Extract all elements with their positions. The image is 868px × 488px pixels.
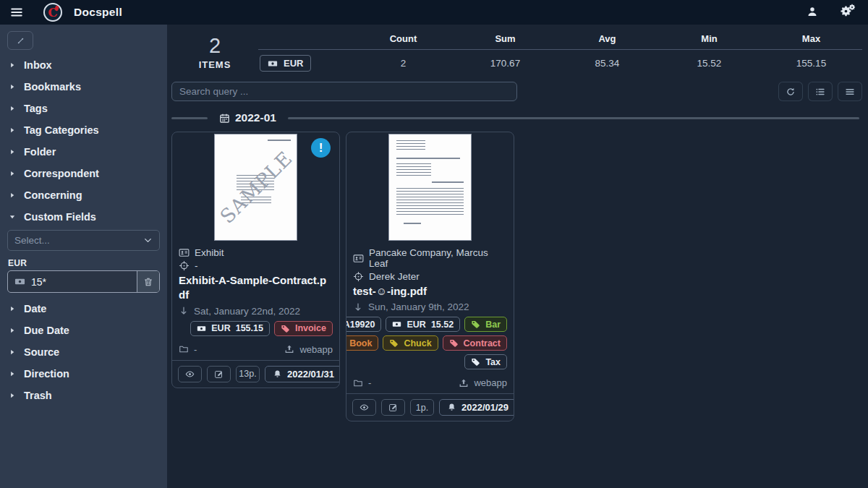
edit-button[interactable] [207,366,231,382]
folder-icon [353,378,363,388]
sidebar-item-folder[interactable]: Folder [0,141,167,163]
correspondent-line: Exhibit [179,247,333,258]
eye-icon [359,403,369,412]
item-thumbnail[interactable] [346,132,514,241]
search-input[interactable] [171,82,517,101]
stat-count-value: 2 [352,58,454,69]
stat-max-value: 155.15 [760,58,862,69]
divider-line [171,117,208,119]
view-buttons [778,82,862,101]
edit-button[interactable] [381,399,405,416]
sidebar-item-correspondent[interactable]: Correspondent [0,163,167,184]
stats-col-sum: Sum [454,33,556,44]
expand-icon [16,36,25,46]
concerning-line: - [179,260,333,271]
remove-field-button[interactable] [137,271,159,292]
edit-icon [388,403,398,412]
refresh-icon [786,87,796,97]
folder-line: - [179,344,197,355]
bell-icon [447,403,456,412]
menu-icon[interactable] [10,6,23,19]
sidebar-item-date[interactable]: Date [0,298,167,320]
item-count: 2 [209,35,221,58]
caret-right-icon [9,370,16,377]
collapse-sidebar-button[interactable] [7,31,33,50]
caret-right-icon [9,192,16,199]
amount-badge: EUR155.15 [190,321,270,336]
item-thumbnail[interactable]: SAMPLE ! [172,132,339,241]
stats-col-avg: Avg [556,33,658,44]
sample-watermark: SAMPLE [215,147,296,228]
sidebar-item-trash[interactable]: Trash [0,385,167,406]
arrow-down-icon [353,302,363,312]
custom-field-value-input[interactable] [31,276,137,288]
month-divider: 2022-01 [171,111,862,124]
sidebar-item-inbox[interactable]: Inbox [0,54,167,76]
bars-icon [845,87,855,97]
correspondent-line: Pancake Company, Marcus Leaf [353,247,507,269]
eye-icon [185,369,195,379]
stat-min-value: 15.52 [658,58,760,69]
stat-avg-value: 85.34 [556,58,658,69]
due-date-badge: 2022/01/29 [439,399,514,416]
bell-icon [273,369,282,379]
search-sidebar: Inbox Bookmarks Tags Tag Categories Fold… [0,25,167,488]
item-card[interactable]: SAMPLE ! Exhibit - Exhibit-A-Sample-Cont… [171,132,340,388]
caret-right-icon [9,127,16,134]
tag-badge: Tax [464,354,507,369]
due-date-badge: 2022/01/31 [265,366,340,382]
source-line: webapp [284,344,333,355]
sidebar-item-custom-fields[interactable]: Custom Fields [0,206,167,228]
tag-icon [281,324,290,333]
caret-right-icon [9,305,16,312]
caret-right-icon [9,392,16,399]
tag-icon [449,338,459,348]
preview-button[interactable] [352,399,376,416]
tag-badge: Contract [443,335,507,351]
stats-col-min: Min [658,33,760,44]
sidebar-item-source[interactable]: Source [0,341,167,363]
caret-right-icon [9,105,16,112]
stats-header-row: Count Sum Avg Min Max [258,33,862,50]
item-title[interactable]: test-☺-ing.pdf [353,284,507,299]
stats-panel: 2 ITEMS Count Sum Avg Min Max EUR 2 [171,29,862,74]
user-icon[interactable] [807,6,818,19]
sidebar-item-tags[interactable]: Tags [0,98,167,119]
page-count-badge: 1p. [410,399,434,416]
tag-icon [471,320,480,329]
gear-icon[interactable] [840,5,852,20]
upload-icon [284,344,294,354]
sidebar-item-concerning[interactable]: Concerning [0,184,167,206]
list-view-button[interactable] [808,82,833,101]
refresh-button[interactable] [778,82,803,101]
crosshairs-icon [179,260,190,271]
item-date: Sat, January 22nd, 2022 [179,306,333,317]
caret-down-icon [9,213,16,221]
address-card-icon [179,247,190,258]
tag-badge: Invoice [274,321,333,336]
item-card[interactable]: Pancake Company, Marcus Leaf Derek Jeter… [346,132,514,421]
main-content: 2 ITEMS Count Sum Avg Min Max EUR 2 [167,25,868,488]
tag-badge: Bar [464,317,507,332]
folder-icon [179,344,189,354]
sidebar-item-bookmarks[interactable]: Bookmarks [0,76,167,98]
menu-view-button[interactable] [838,82,862,101]
stats-col-count: Count [352,33,454,44]
stats-col-max: Max [760,33,862,44]
top-navbar: C Docspell [0,0,868,25]
money-bill-icon [268,59,278,69]
divider-line [288,117,859,119]
sidebar-item-due-date[interactable]: Due Date [0,320,167,341]
sidebar-item-direction[interactable]: Direction [0,363,167,385]
caret-right-icon [9,348,16,356]
asn-badge: ASNA19920 [346,317,381,332]
item-title[interactable]: Exhibit-A-Sample-Contract.pdf [179,273,333,303]
money-bill-icon [14,276,25,287]
edit-icon [214,369,224,379]
preview-button[interactable] [178,366,202,382]
sidebar-item-tag-categories[interactable]: Tag Categories [0,119,167,141]
caret-right-icon [9,61,16,69]
app-logo[interactable]: C [43,3,62,22]
stats-value-row: EUR 2 170.67 85.34 15.52 155.15 [258,50,862,72]
custom-field-select[interactable]: Select... [7,230,160,251]
